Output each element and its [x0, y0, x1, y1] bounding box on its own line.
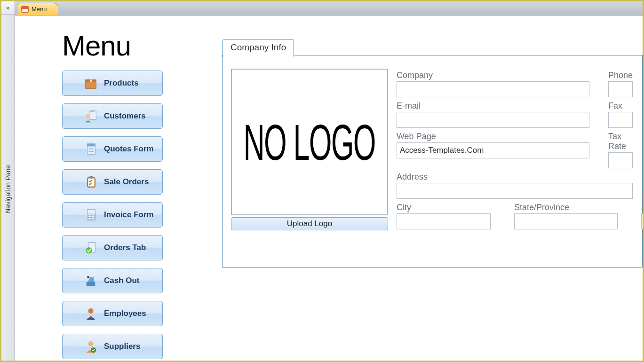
- navigation-pane-collapsed: » Navigation Pane: [1, 1, 15, 361]
- company-info-tabset: Company Info NO LOGO Upload Logo Company: [222, 55, 643, 268]
- menu-button-label: Suppliers: [104, 342, 140, 351]
- tab-company-info[interactable]: Company Info: [223, 39, 294, 57]
- state-label: State/Province: [514, 203, 618, 212]
- tab-menu[interactable]: Menu: [17, 3, 59, 15]
- webpage-field[interactable]: [397, 142, 589, 158]
- menu-sale-orders-button[interactable]: Sale Orders: [62, 169, 163, 195]
- document-tab-bar: Menu: [15, 1, 643, 16]
- taxrate-label: Tax Rate: [608, 132, 633, 151]
- page-title: Menu: [62, 30, 222, 62]
- upload-logo-button[interactable]: Upload Logo: [231, 217, 388, 230]
- employee-icon: [83, 306, 98, 321]
- menu-products-button[interactable]: Products: [62, 71, 163, 96]
- menu-button-label: Products: [104, 79, 139, 88]
- company-info-panel: NO LOGO Upload Logo Company Phone: [222, 55, 643, 268]
- email-label: E-mail: [397, 101, 589, 111]
- city-label: City: [397, 203, 491, 212]
- menu-button-label: Orders Tab: [104, 243, 146, 252]
- fax-label: Fax: [608, 101, 633, 111]
- menu-orders-tab-button[interactable]: Orders Tab: [62, 235, 163, 260]
- logo-placeholder-box[interactable]: NO LOGO: [231, 69, 388, 215]
- svg-rect-11: [88, 179, 94, 187]
- svg-rect-6: [87, 144, 95, 147]
- address-field[interactable]: [397, 183, 633, 199]
- menu-button-label: Sale Orders: [104, 177, 149, 187]
- navigation-pane-label: Navigation Pane: [4, 165, 12, 213]
- company-info-column: Company Info NO LOGO Upload Logo Company: [222, 30, 643, 361]
- tab-label: Menu: [32, 6, 47, 13]
- company-label: Company: [397, 71, 589, 80]
- city-field[interactable]: [397, 213, 491, 229]
- invoice-icon: [83, 207, 98, 222]
- menu-cash-out-button[interactable]: Cash Out: [62, 268, 163, 293]
- no-logo-text: NO LOGO: [244, 113, 375, 172]
- email-field[interactable]: [397, 112, 589, 128]
- nav-expand-button[interactable]: »: [1, 1, 15, 15]
- webpage-label: Web Page: [397, 132, 589, 142]
- menu-column: Menu Products Customers: [62, 30, 222, 361]
- document-icon: [83, 142, 98, 157]
- menu-invoice-form-button[interactable]: Invoice Form: [62, 202, 163, 228]
- state-field[interactable]: [514, 213, 618, 229]
- phone-label: Phone: [608, 71, 633, 80]
- phone-field[interactable]: [608, 81, 633, 97]
- svg-rect-3: [90, 111, 96, 120]
- form-icon: [21, 6, 29, 13]
- menu-button-list: Products Customers Quotes Form: [62, 71, 222, 359]
- svg-rect-21: [87, 282, 95, 286]
- clipboard-icon: [83, 174, 98, 189]
- company-fields-grid: Company Phone E-mail: [397, 69, 633, 258]
- menu-button-label: Quotes Form: [104, 144, 154, 154]
- taxrate-field[interactable]: [608, 152, 633, 168]
- svg-point-4: [86, 114, 90, 118]
- form-body: Menu Products Customers: [15, 16, 643, 361]
- menu-button-label: Customers: [104, 111, 146, 121]
- logo-column: NO LOGO Upload Logo: [231, 69, 388, 258]
- svg-rect-2: [90, 80, 92, 83]
- zip-field[interactable]: [641, 213, 643, 229]
- svg-point-24: [88, 341, 93, 346]
- menu-employees-button[interactable]: Employees: [62, 301, 163, 326]
- svg-rect-22: [87, 276, 89, 278]
- address-label: Address: [397, 172, 633, 182]
- cash-register-icon: [83, 273, 98, 288]
- check-doc-icon: [83, 240, 98, 255]
- person-icon: [83, 109, 98, 124]
- company-field[interactable]: [397, 81, 589, 97]
- menu-button-label: Invoice Form: [104, 210, 154, 220]
- menu-customers-button[interactable]: Customers: [62, 103, 163, 129]
- chevron-right-icon: »: [6, 4, 9, 11]
- fax-field[interactable]: [608, 112, 633, 128]
- box-icon: [83, 76, 98, 91]
- menu-button-label: Employees: [104, 309, 146, 318]
- svg-point-23: [88, 308, 93, 314]
- svg-rect-14: [88, 214, 94, 219]
- menu-suppliers-button[interactable]: Suppliers: [62, 334, 163, 359]
- menu-button-label: Cash Out: [104, 276, 140, 285]
- menu-quotes-form-button[interactable]: Quotes Form: [62, 136, 163, 162]
- svg-rect-12: [89, 176, 93, 179]
- zip-label: Zip/: [641, 203, 643, 212]
- content-area: Menu Menu Products: [15, 1, 643, 361]
- supplier-icon: [83, 339, 98, 354]
